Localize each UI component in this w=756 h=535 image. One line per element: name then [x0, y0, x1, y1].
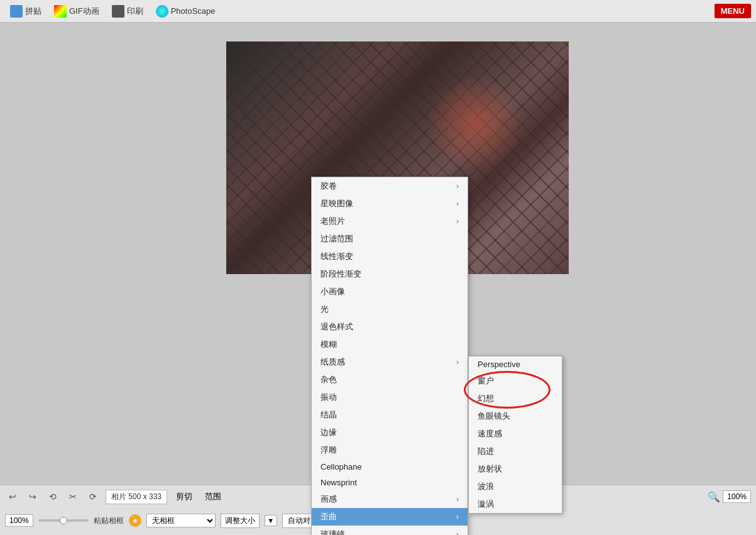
undo-btn[interactable]: ↩ — [5, 489, 20, 504]
primary-context-menu: 胶卷 › 星映图像 › 老照片 › 过滤范围 线性渐变 阶段性渐变 小画像 光 … — [311, 177, 468, 535]
print-icon — [112, 5, 124, 18]
submenu-wave[interactable]: 波浪 — [469, 478, 562, 495]
paste-button[interactable]: 拼贴 — [5, 3, 47, 20]
arrow-icon: › — [456, 512, 459, 521]
star-btn[interactable]: ★ — [129, 514, 141, 527]
menu-item-blur[interactable]: 模糊 — [312, 336, 468, 353]
crop-action-btn[interactable]: ✂ — [65, 489, 80, 504]
menu-item-miniature[interactable]: 小画像 — [312, 283, 468, 301]
menu-item-starmapping[interactable]: 星映图像 › — [312, 195, 468, 212]
frame-percent: 100% — [5, 514, 33, 527]
menu-item-crystal[interactable]: 结晶 — [312, 406, 468, 424]
menu-item-edge[interactable]: 边缘 — [312, 424, 468, 441]
refresh-btn[interactable]: ⟳ — [85, 489, 101, 504]
submenu-fantasy[interactable]: 幻想 — [469, 390, 562, 407]
gif-icon — [54, 5, 67, 18]
submenu-trap[interactable]: 陷进 — [469, 443, 562, 460]
menu-item-painting[interactable]: 画感 › — [312, 490, 468, 508]
print-button[interactable]: 印刷 — [107, 3, 148, 20]
menu-item-cellophane[interactable]: Cellophane — [312, 459, 468, 475]
range-label-btn[interactable]: 范围 — [201, 490, 225, 504]
submenu-perspective[interactable]: Perspective — [469, 356, 562, 372]
print-label: 印刷 — [127, 6, 143, 17]
crop-label-btn[interactable]: 剪切 — [172, 490, 196, 504]
submenu-fisheye[interactable]: 鱼眼镜头 — [469, 407, 562, 425]
menu-item-film[interactable]: 胶卷 › — [312, 177, 468, 195]
paste-frame-label: 粘贴相框 — [94, 516, 124, 526]
slider-thumb — [60, 517, 67, 524]
adjust-dropdown-btn[interactable]: ▼ — [265, 515, 277, 526]
gif-button[interactable]: GIF动画 — [49, 3, 104, 20]
submenu-speed[interactable]: 速度感 — [469, 425, 562, 443]
photoscape-icon — [156, 5, 168, 18]
arrow-icon: › — [456, 182, 459, 190]
menu-item-light[interactable]: 光 — [312, 301, 468, 318]
zoom-icon-btn[interactable]: 🔍 — [708, 490, 720, 503]
paste-icon — [10, 5, 23, 18]
menu-item-emboss[interactable]: 浮雕 — [312, 441, 468, 459]
menu-item-distort[interactable]: 歪曲 › — [312, 508, 468, 526]
menu-item-paper[interactable]: 纸质感 › — [312, 353, 468, 371]
submenu-window[interactable]: 窗户 — [469, 372, 562, 390]
menu-item-noise[interactable]: 杂色 — [312, 371, 468, 389]
menu-item-glassmirror[interactable]: 玻璃镜 › — [312, 526, 468, 535]
menu-item-newsprint[interactable]: Newsprint — [312, 475, 468, 490]
photoscape-label: PhotoScape — [171, 6, 216, 16]
arrow-icon: › — [456, 530, 459, 535]
photo-size-label: 相片 500 x 333 — [106, 490, 167, 504]
rotate-left-btn[interactable]: ⟲ — [45, 489, 60, 504]
menu-item-oldphoto[interactable]: 老照片 › — [312, 212, 468, 230]
menu-item-lineargradient[interactable]: 线性渐变 — [312, 248, 468, 265]
menu-button[interactable]: MENU — [715, 4, 751, 18]
menu-item-vibration[interactable]: 振动 — [312, 389, 468, 406]
photoscape-button[interactable]: PhotoScape — [151, 3, 221, 20]
menu-item-filterrange[interactable]: 过滤范围 — [312, 230, 468, 248]
arrow-icon: › — [456, 495, 459, 504]
menu-item-stepgradient[interactable]: 阶段性渐变 — [312, 265, 468, 283]
submenu-radial[interactable]: 放射状 — [469, 460, 562, 478]
redo-btn[interactable]: ↪ — [25, 489, 40, 504]
distort-submenu: Perspective 窗户 幻想 鱼眼镜头 速度感 陷进 放射状 波浪 漩涡 — [468, 356, 562, 514]
paste-frame-select[interactable]: 无相框 — [146, 514, 216, 527]
menu-item-fadestyle[interactable]: 退色样式 — [312, 318, 468, 336]
submenu-swirl[interactable]: 漩涡 — [469, 495, 562, 513]
arrow-icon: › — [456, 217, 459, 226]
zoom-display: 🔍 100% — [708, 490, 751, 503]
paste-label: 拼贴 — [25, 6, 41, 17]
gif-label: GIF动画 — [69, 6, 99, 17]
zoom-percent: 100% — [723, 490, 751, 503]
arrow-icon: › — [456, 199, 459, 208]
main-area: 胶卷 › 星映图像 › 老照片 › 过滤范围 线性渐变 阶段性渐变 小画像 光 … — [0, 23, 756, 485]
arrow-icon: › — [456, 358, 459, 367]
adjust-btn[interactable]: 调整大小 — [221, 514, 260, 528]
frame-slider[interactable] — [38, 519, 89, 522]
top-toolbar: 拼贴 GIF动画 印刷 PhotoScape MENU — [0, 0, 756, 23]
